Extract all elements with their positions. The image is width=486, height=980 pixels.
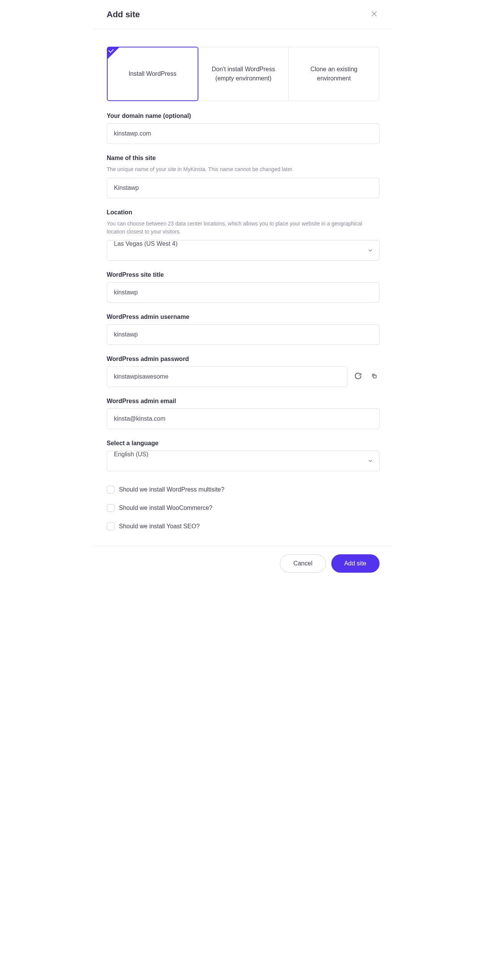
wp-admin-email-group: WordPress admin email (107, 398, 380, 429)
modal-title: Add site (107, 10, 140, 20)
language-group: Select a language English (US) (107, 440, 380, 471)
wp-admin-email-input[interactable] (107, 408, 380, 429)
wp-admin-user-label: WordPress admin username (107, 314, 380, 320)
cancel-button[interactable]: Cancel (280, 554, 326, 573)
multisite-row: Should we install WordPress multisite? (107, 486, 380, 493)
site-name-input[interactable] (107, 178, 380, 198)
option-label: Don't install WordPress (empty environme… (208, 65, 279, 83)
option-clone-environment[interactable]: Clone an existing environment (289, 47, 379, 101)
close-button[interactable] (369, 8, 380, 20)
wp-admin-pass-label: WordPress admin password (107, 356, 380, 363)
woocommerce-row: Should we install WooCommerce? (107, 504, 380, 512)
language-label: Select a language (107, 440, 380, 447)
woocommerce-label[interactable]: Should we install WooCommerce? (119, 505, 213, 511)
modal-footer: Cancel Add site (94, 546, 393, 581)
wp-admin-pass-group: WordPress admin password (107, 356, 380, 387)
modal-body: Install WordPress Don't install WordPres… (94, 29, 393, 546)
domain-label: Your domain name (optional) (107, 113, 380, 119)
domain-input[interactable] (107, 123, 380, 144)
copy-password-button[interactable] (369, 371, 380, 382)
site-name-label: Name of this site (107, 155, 380, 162)
install-type-options: Install WordPress Don't install WordPres… (107, 47, 380, 101)
add-site-button[interactable]: Add site (331, 554, 380, 573)
copy-icon (371, 373, 377, 380)
location-group: Location You can choose between 23 data … (107, 209, 380, 261)
multisite-checkbox[interactable] (107, 486, 115, 493)
location-select[interactable]: Las Vegas (US West 4) (107, 240, 380, 261)
language-select[interactable]: English (US) (107, 451, 380, 471)
yoast-row: Should we install Yoast SEO? (107, 523, 380, 530)
option-label: Install WordPress (129, 69, 177, 78)
site-name-help: The unique name of your site in MyKinsta… (107, 165, 380, 173)
regenerate-password-button[interactable] (352, 370, 364, 383)
yoast-checkbox[interactable] (107, 523, 115, 530)
site-name-group: Name of this site The unique name of you… (107, 155, 380, 198)
location-help: You can choose between 23 data center lo… (107, 220, 380, 235)
wp-title-input[interactable] (107, 282, 380, 303)
option-install-wordpress[interactable]: Install WordPress (107, 47, 198, 101)
option-label: Clone an existing environment (298, 65, 370, 83)
svg-rect-2 (373, 375, 376, 378)
wp-admin-email-label: WordPress admin email (107, 398, 380, 405)
woocommerce-checkbox[interactable] (107, 504, 115, 512)
modal-header: Add site (94, 0, 393, 29)
domain-group: Your domain name (optional) (107, 113, 380, 144)
yoast-label[interactable]: Should we install Yoast SEO? (119, 523, 200, 530)
add-site-modal: Add site Install WordPress Don't install… (94, 0, 393, 581)
multisite-label[interactable]: Should we install WordPress multisite? (119, 486, 224, 493)
wp-admin-pass-input[interactable] (107, 366, 347, 387)
wp-title-label: WordPress site title (107, 271, 380, 278)
wp-admin-user-input[interactable] (107, 324, 380, 345)
wp-title-group: WordPress site title (107, 271, 380, 303)
close-icon (371, 11, 377, 18)
refresh-icon (354, 372, 362, 381)
wp-admin-user-group: WordPress admin username (107, 314, 380, 345)
option-empty-environment[interactable]: Don't install WordPress (empty environme… (198, 47, 289, 101)
location-label: Location (107, 209, 380, 216)
